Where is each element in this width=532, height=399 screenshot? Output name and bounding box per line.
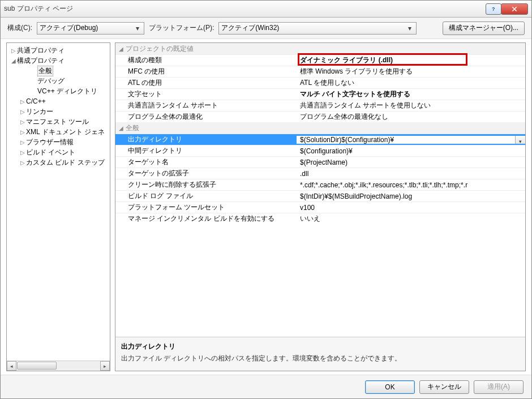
tree-item-label: 共通プロパティ xyxy=(17,46,65,55)
scroll-thumb[interactable] xyxy=(17,362,57,370)
property-name: ターゲット名 xyxy=(115,157,297,167)
dialog-footer: OK キャンセル 適用(A) xyxy=(1,375,531,398)
platform-value: アクティブ(Win32) xyxy=(221,23,406,33)
expand-icon[interactable]: ▷ xyxy=(10,48,17,54)
property-value[interactable]: いいえ xyxy=(297,214,525,224)
tree-item[interactable]: ▷XML ドキュメント ジェネ xyxy=(7,127,110,137)
tree-item-label: ビルド イベント xyxy=(26,148,75,157)
chevron-down-icon: ▾ xyxy=(134,24,141,32)
tree-item[interactable]: ▷ビルド イベント xyxy=(7,147,110,157)
description-title: 出力ディレクトリ xyxy=(121,342,520,351)
dialog-body: ▷共通プロパティ◢構成プロパティ全般デバッグVC++ ディレクトリ▷C/C++▷… xyxy=(1,39,531,375)
help-button[interactable]: ? xyxy=(486,3,501,15)
grid-row[interactable]: 出力ディレクトリ$(SolutionDir)$(Configuration)¥▾ xyxy=(115,134,525,145)
tree-item[interactable]: ▷カスタム ビルド ステップ xyxy=(7,157,110,168)
collapse-icon[interactable]: ◢ xyxy=(119,46,126,52)
tree-item[interactable]: デバッグ xyxy=(7,76,110,86)
property-name: ビルド ログ ファイル xyxy=(115,191,297,201)
description-pane: 出力ディレクトリ 出力ファイル ディレクトリへの相対パスを指定します。環境変数を… xyxy=(115,337,525,371)
property-name: 中間ディレクトリ xyxy=(115,146,297,156)
property-name: マネージ インクリメンタル ビルドを有効にする xyxy=(115,214,297,224)
grid-row[interactable]: 中間ディレクトリ$(Configuration)¥ xyxy=(115,145,525,156)
description-text: 出力ファイル ディレクトリへの相対パスを指定します。環境変数を含めることができま… xyxy=(121,354,520,363)
tree-item[interactable]: ◢構成プロパティ xyxy=(7,55,110,66)
grid-row[interactable]: マネージ インクリメンタル ビルドを有効にするいいえ xyxy=(115,213,525,224)
titlebar: sub プロパティ ページ ? xyxy=(1,1,531,18)
tree-item[interactable]: ▷共通プロパティ xyxy=(7,45,110,55)
tree-item-label: カスタム ビルド ステップ xyxy=(26,158,105,168)
tree-item[interactable]: ▷C/C++ xyxy=(7,96,110,106)
property-pages-dialog: sub プロパティ ページ ? 構成(C): アクティブ(Debug) ▾ プラ… xyxy=(0,0,532,399)
close-icon xyxy=(511,6,518,12)
grid-row[interactable]: ATL の使用ATL を使用しない xyxy=(115,77,525,88)
grid-category[interactable]: ◢プロジェクトの既定値 xyxy=(115,43,525,54)
collapse-icon[interactable]: ◢ xyxy=(119,125,126,131)
expand-icon[interactable]: ▷ xyxy=(19,160,26,166)
property-value[interactable]: $(Configuration)¥ xyxy=(297,147,525,155)
grid-row[interactable]: 文字セットマルチ バイト文字セットを使用する xyxy=(115,88,525,100)
category-label: プロジェクトの既定値 xyxy=(126,44,194,54)
cancel-button[interactable]: キャンセル xyxy=(419,380,469,394)
tree-item[interactable]: ▷マニフェスト ツール xyxy=(7,117,110,127)
tree-item[interactable]: ▷リンカー xyxy=(7,106,110,117)
property-value[interactable]: 共通言語ランタイム サポートを使用しない xyxy=(297,101,525,110)
property-value[interactable]: プログラム全体の最適化なし xyxy=(297,112,525,122)
nav-tree-panel: ▷共通プロパティ◢構成プロパティ全般デバッグVC++ ディレクトリ▷C/C++▷… xyxy=(6,42,110,371)
expand-icon[interactable]: ▷ xyxy=(19,109,26,115)
config-manager-button[interactable]: 構成マネージャー(O)... xyxy=(443,22,525,35)
property-value[interactable]: $(ProjectName) xyxy=(297,158,525,166)
config-combo[interactable]: アクティブ(Debug) ▾ xyxy=(37,22,144,35)
ok-button[interactable]: OK xyxy=(365,380,415,394)
property-name: ATL の使用 xyxy=(115,78,297,88)
window-buttons: ? xyxy=(486,3,528,15)
close-button[interactable] xyxy=(501,3,528,15)
property-value[interactable]: *.cdf;*.cache;*.obj;*.ilk;*.resources;*.… xyxy=(297,181,525,189)
grid-row[interactable]: プログラム全体の最適化プログラム全体の最適化なし xyxy=(115,111,525,122)
property-value[interactable]: 標準 Windows ライブラリを使用する xyxy=(297,67,525,76)
expand-icon[interactable]: ▷ xyxy=(19,139,26,145)
tree-item[interactable]: ▷ブラウザー情報 xyxy=(7,137,110,147)
expand-icon[interactable]: ◢ xyxy=(10,58,17,64)
tree-item-label: 全般 xyxy=(37,66,53,76)
grid-row[interactable]: MFC の使用標準 Windows ライブラリを使用する xyxy=(115,66,525,77)
property-name: クリーン時に削除する拡張子 xyxy=(115,180,297,190)
property-value[interactable]: v100 xyxy=(297,204,525,212)
scroll-right-icon[interactable]: ▸ xyxy=(100,361,110,371)
tree-h-scrollbar[interactable]: ◂ ▸ xyxy=(7,361,110,371)
grid-row[interactable]: ビルド ログ ファイル$(IntDir)¥$(MSBuildProjectNam… xyxy=(115,190,525,201)
nav-tree[interactable]: ▷共通プロパティ◢構成プロパティ全般デバッグVC++ ディレクトリ▷C/C++▷… xyxy=(7,43,110,361)
tree-item-label: C/C++ xyxy=(26,97,46,105)
expand-icon[interactable]: ▷ xyxy=(19,129,26,135)
chevron-down-icon[interactable]: ▾ xyxy=(515,136,525,144)
expand-icon[interactable]: ▷ xyxy=(19,119,26,125)
scroll-left-icon[interactable]: ◂ xyxy=(7,361,16,371)
grid-row[interactable]: 構成の種類ダイナミック ライブラリ (.dll) xyxy=(115,54,525,66)
property-value[interactable]: .dll xyxy=(297,170,525,178)
tree-item[interactable]: VC++ ディレクトリ xyxy=(7,86,110,96)
property-name: 共通言語ランタイム サポート xyxy=(115,101,297,110)
tree-item-label: VC++ ディレクトリ xyxy=(37,87,97,96)
grid-row[interactable]: ターゲット名$(ProjectName) xyxy=(115,156,525,168)
property-name: プログラム全体の最適化 xyxy=(115,112,297,122)
property-value[interactable]: ダイナミック ライブラリ (.dll) xyxy=(297,55,525,65)
expand-icon[interactable]: ▷ xyxy=(19,149,26,156)
property-grid[interactable]: ◢プロジェクトの既定値構成の種類ダイナミック ライブラリ (.dll)MFC の… xyxy=(115,43,525,337)
grid-row[interactable]: 共通言語ランタイム サポート共通言語ランタイム サポートを使用しない xyxy=(115,100,525,111)
grid-row[interactable]: クリーン時に削除する拡張子*.cdf;*.cache;*.obj;*.ilk;*… xyxy=(115,179,525,190)
window-title: sub プロパティ ページ xyxy=(4,4,73,14)
grid-row[interactable]: プラットフォーム ツールセットv100 xyxy=(115,201,525,213)
property-value[interactable]: マルチ バイト文字セットを使用する xyxy=(297,89,525,99)
apply-button[interactable]: 適用(A) xyxy=(474,380,524,394)
property-name: ターゲットの拡張子 xyxy=(115,169,297,178)
property-value[interactable]: ATL を使用しない xyxy=(297,78,525,88)
platform-combo[interactable]: アクティブ(Win32) ▾ xyxy=(218,22,417,35)
config-toolbar: 構成(C): アクティブ(Debug) ▾ プラットフォーム(P): アクティブ… xyxy=(1,18,531,39)
expand-icon[interactable]: ▷ xyxy=(19,98,26,105)
grid-category[interactable]: ◢全般 xyxy=(115,122,525,134)
property-value[interactable]: $(IntDir)¥$(MSBuildProjectName).log xyxy=(297,192,525,200)
tree-item[interactable]: 全般 xyxy=(7,66,110,76)
grid-row[interactable]: ターゲットの拡張子.dll xyxy=(115,168,525,179)
chevron-down-icon: ▾ xyxy=(406,24,414,32)
config-value: アクティブ(Debug) xyxy=(40,23,134,33)
property-value[interactable]: $(SolutionDir)$(Configuration)¥▾ xyxy=(297,136,525,144)
